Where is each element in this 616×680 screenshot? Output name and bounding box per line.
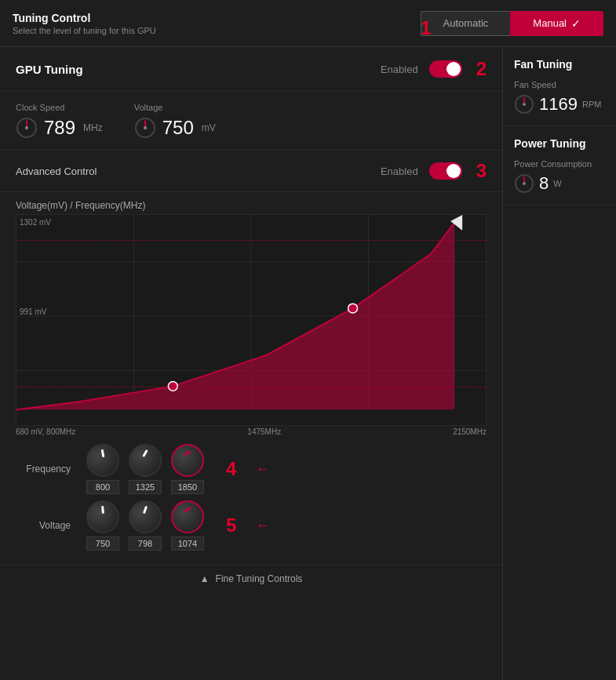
power-tuning-section: Power Tuning Power Consumption 8 W	[503, 126, 616, 205]
voltage-knob-1-dial[interactable]	[86, 500, 119, 533]
voltage-dial-icon	[134, 117, 156, 139]
frequency-knob-2-dial[interactable]	[129, 444, 162, 477]
frequency-label: Frequency	[16, 464, 71, 475]
frequency-knob-row: Frequency 800 1325	[16, 444, 487, 494]
tuning-header: Tuning Control Select the level of tunin…	[0, 0, 616, 47]
chart-axis-label: Voltage(mV) / Frequency(MHz)	[16, 200, 487, 211]
stats-row: Clock Speed 789 MHz Voltage	[0, 92, 502, 151]
header-text: Tuning Control Select the level of tunin…	[13, 12, 156, 35]
arrow-4: ←	[255, 461, 269, 478]
advanced-control-toggle[interactable]	[429, 162, 462, 180]
chart-x-mid: 1475MHz	[247, 427, 281, 436]
chart-x-left: 680 mV, 800MHz	[16, 427, 75, 436]
advanced-enabled-label: Enabled	[381, 165, 418, 177]
fan-speed-value-row: 1169 RPM	[514, 94, 605, 115]
volt-knob-2-indicator	[143, 506, 148, 514]
volt-knob-3-indicator	[184, 507, 191, 513]
svg-point-18	[523, 182, 526, 185]
frequency-value-3[interactable]: 1850	[171, 480, 204, 494]
automatic-button[interactable]: Automatic	[421, 11, 511, 36]
frequency-knob-2: 1325	[129, 444, 162, 494]
frequency-knob-1: 800	[86, 444, 119, 494]
check-icon: ✓	[571, 17, 581, 30]
frequency-knob-group: 800 1325 1850	[86, 444, 204, 494]
power-dial-icon	[514, 173, 534, 194]
advanced-label: Advanced Control	[16, 165, 97, 177]
power-value: 8	[539, 173, 549, 194]
voltage-knob-2-dial[interactable]	[129, 500, 162, 533]
knob-2-indicator	[142, 449, 148, 457]
power-tuning-title: Power Tuning	[514, 137, 605, 150]
voltage-unit: mV	[202, 122, 216, 133]
left-panel: GPU Tuning Enabled 2 Clock Speed 789	[0, 47, 503, 680]
voltage-knob-1: 750	[86, 500, 119, 551]
voltage-value-3[interactable]: 1074	[171, 536, 204, 551]
chart-dashed-bottom	[16, 387, 486, 387]
frequency-knob-1-dial[interactable]	[86, 444, 119, 477]
fan-speed-label: Fan Speed	[514, 80, 605, 89]
annotation-5: 5	[226, 515, 236, 536]
voltage-knob-label: Voltage	[16, 520, 71, 531]
gpu-toggle-row: Enabled 2	[381, 58, 487, 80]
voltage-stat: Voltage 750 mV	[134, 103, 216, 139]
clock-speed-value: 789	[44, 117, 75, 139]
fan-speed-unit: RPM	[582, 100, 601, 109]
chart-y-top-label: 1302 mV	[20, 218, 51, 227]
voltage-value-row: 750 mV	[134, 117, 216, 139]
gpu-tuning-title: GPU Tuning	[16, 63, 83, 76]
fan-tuning-section: Fan Tuning Fan Speed 1169 RPM	[503, 47, 616, 126]
annotation-3: 3	[476, 160, 487, 182]
power-value-row: 8 W	[514, 173, 605, 194]
gpu-tuning-toggle[interactable]	[429, 60, 462, 78]
svg-point-1	[25, 126, 28, 129]
frequency-knob-3-dial[interactable]	[171, 444, 204, 477]
frequency-value-2[interactable]: 1325	[129, 480, 162, 494]
clock-dial-icon	[16, 117, 38, 139]
fan-dial-icon	[514, 94, 534, 115]
svg-point-3	[144, 126, 147, 129]
right-panel: Fan Tuning Fan Speed 1169 RPM Power Tuni…	[503, 47, 616, 680]
knob-1-indicator	[101, 449, 105, 457]
header-title: Tuning Control	[13, 12, 156, 24]
voltage-knob-2: 798	[129, 500, 162, 551]
main-layout: GPU Tuning Enabled 2 Clock Speed 789	[0, 47, 616, 680]
header-subtitle: Select the level of tuning for this GPU	[13, 26, 156, 35]
mode-buttons: Automatic Manual ✓	[421, 11, 603, 36]
voltage-value-1[interactable]: 750	[86, 536, 119, 551]
voltage-knob-row: Voltage 750 798	[16, 500, 487, 551]
frequency-knob-3: 1850	[171, 444, 204, 494]
fan-tuning-title: Fan Tuning	[514, 58, 605, 71]
voltage-knob-3: 1074	[171, 500, 204, 551]
clock-speed-value-row: 789 MHz	[16, 117, 103, 139]
fine-tuning-section[interactable]: ▲ Fine Tuning Controls	[0, 565, 502, 592]
gpu-tuning-header: GPU Tuning Enabled 2	[0, 47, 502, 92]
advanced-toggle-row: Enabled 3	[381, 160, 487, 182]
power-consumption-label: Power Consumption	[514, 159, 605, 169]
svg-point-16	[523, 103, 526, 106]
chart-svg	[16, 215, 486, 425]
power-unit: W	[553, 179, 561, 188]
frequency-value-1[interactable]: 800	[86, 480, 119, 494]
clock-speed-stat: Clock Speed 789 MHz	[16, 103, 103, 139]
chart-x-labels: 680 mV, 800MHz 1475MHz 2150MHz	[16, 426, 487, 436]
clock-speed-label: Clock Speed	[16, 103, 103, 112]
chart-x-right: 2150MHz	[453, 427, 487, 436]
advanced-control-row: Advanced Control Enabled 3	[0, 151, 502, 192]
gpu-enabled-label: Enabled	[381, 64, 418, 75]
voltage-value-2[interactable]: 798	[129, 536, 162, 551]
chevron-up-icon: ▲	[200, 573, 210, 584]
svg-point-13	[348, 304, 358, 313]
fine-tuning-label: Fine Tuning Controls	[216, 573, 303, 584]
voltage-knob-group: 750 798 1074	[86, 500, 204, 551]
annotation-2: 2	[476, 58, 487, 80]
manual-button[interactable]: Manual ✓	[510, 11, 603, 36]
chart-dashed-top	[16, 240, 486, 241]
chart-y-mid-label: 991 mV	[20, 307, 46, 316]
voltage-value: 750	[162, 117, 194, 139]
voltage-knob-3-dial[interactable]	[171, 500, 204, 533]
annotation-4: 4	[226, 458, 236, 480]
bottom-controls: Frequency 800 1325	[0, 436, 502, 565]
knob-3-indicator	[184, 450, 191, 456]
clock-speed-unit: MHz	[83, 122, 103, 133]
volt-knob-1-indicator	[101, 506, 104, 514]
